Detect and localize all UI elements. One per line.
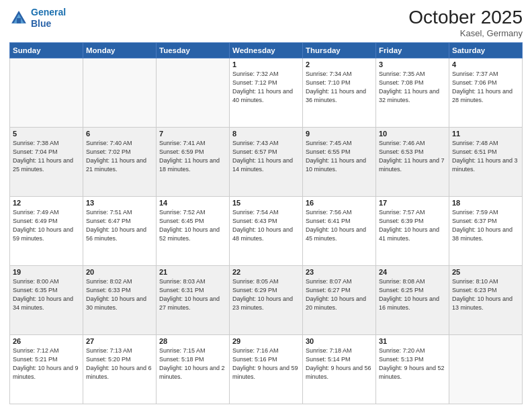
day-info: Sunrise: 8:03 AM Sunset: 6:31 PM Dayligh… <box>159 277 226 312</box>
day-info: Sunrise: 7:13 AM Sunset: 5:20 PM Dayligh… <box>86 347 153 381</box>
calendar-week-row: 1Sunrise: 7:32 AM Sunset: 7:12 PM Daylig… <box>10 58 523 128</box>
day-number: 15 <box>232 199 300 207</box>
day-number: 23 <box>306 268 373 276</box>
table-row: 5Sunrise: 7:38 AM Sunset: 7:04 PM Daylig… <box>10 128 83 197</box>
day-info: Sunrise: 7:48 AM Sunset: 6:51 PM Dayligh… <box>452 139 519 174</box>
table-row: 6Sunrise: 7:40 AM Sunset: 7:02 PM Daylig… <box>83 128 157 197</box>
day-info: Sunrise: 7:16 AM Sunset: 5:16 PM Dayligh… <box>232 347 300 381</box>
day-number: 5 <box>13 130 80 138</box>
header-thursday: Thursday <box>303 43 376 58</box>
day-number: 11 <box>452 130 519 138</box>
calendar-table: Sunday Monday Tuesday Wednesday Thursday… <box>9 42 523 404</box>
table-row: 2Sunrise: 7:34 AM Sunset: 7:10 PM Daylig… <box>303 58 376 128</box>
day-number: 8 <box>232 130 300 138</box>
day-info: Sunrise: 7:52 AM Sunset: 6:45 PM Dayligh… <box>159 208 226 243</box>
table-row: 4Sunrise: 7:37 AM Sunset: 7:06 PM Daylig… <box>449 58 523 128</box>
table-row: 11Sunrise: 7:48 AM Sunset: 6:51 PM Dayli… <box>449 128 523 197</box>
day-info: Sunrise: 8:02 AM Sunset: 6:33 PM Dayligh… <box>86 277 153 312</box>
day-info: Sunrise: 7:41 AM Sunset: 6:59 PM Dayligh… <box>159 139 226 174</box>
table-row: 31Sunrise: 7:20 AM Sunset: 5:13 PM Dayli… <box>376 335 449 404</box>
calendar-week-row: 12Sunrise: 7:49 AM Sunset: 6:49 PM Dayli… <box>10 197 523 266</box>
day-number: 18 <box>452 199 519 207</box>
day-number: 16 <box>306 199 373 207</box>
day-number: 20 <box>86 268 153 276</box>
day-info: Sunrise: 7:59 AM Sunset: 6:37 PM Dayligh… <box>452 208 519 243</box>
day-info: Sunrise: 7:49 AM Sunset: 6:49 PM Dayligh… <box>13 208 80 243</box>
table-row: 20Sunrise: 8:02 AM Sunset: 6:33 PM Dayli… <box>83 266 157 335</box>
table-row: 7Sunrise: 7:41 AM Sunset: 6:59 PM Daylig… <box>157 128 230 197</box>
day-info: Sunrise: 7:57 AM Sunset: 6:39 PM Dayligh… <box>379 208 446 243</box>
month-title: October 2025 <box>408 7 523 28</box>
day-info: Sunrise: 7:32 AM Sunset: 7:12 PM Dayligh… <box>232 70 300 105</box>
day-number: 9 <box>306 130 373 138</box>
table-row: 19Sunrise: 8:00 AM Sunset: 6:35 PM Dayli… <box>10 266 83 335</box>
table-row: 24Sunrise: 8:08 AM Sunset: 6:25 PM Dayli… <box>376 266 449 335</box>
day-number: 31 <box>379 337 446 345</box>
table-row: 27Sunrise: 7:13 AM Sunset: 5:20 PM Dayli… <box>83 335 157 404</box>
day-number: 14 <box>159 199 226 207</box>
day-info: Sunrise: 7:15 AM Sunset: 5:18 PM Dayligh… <box>159 347 226 381</box>
day-info: Sunrise: 7:51 AM Sunset: 6:47 PM Dayligh… <box>86 208 153 243</box>
day-number: 17 <box>379 199 446 207</box>
table-row: 28Sunrise: 7:15 AM Sunset: 5:18 PM Dayli… <box>157 335 230 404</box>
calendar-week-row: 5Sunrise: 7:38 AM Sunset: 7:04 PM Daylig… <box>10 128 523 197</box>
table-row: 9Sunrise: 7:45 AM Sunset: 6:55 PM Daylig… <box>303 128 376 197</box>
day-number: 4 <box>452 60 519 68</box>
day-number: 26 <box>13 337 80 345</box>
table-row: 18Sunrise: 7:59 AM Sunset: 6:37 PM Dayli… <box>449 197 523 266</box>
table-row <box>83 58 157 128</box>
table-row: 16Sunrise: 7:56 AM Sunset: 6:41 PM Dayli… <box>303 197 376 266</box>
table-row: 15Sunrise: 7:54 AM Sunset: 6:43 PM Dayli… <box>230 197 303 266</box>
title-block: October 2025 Kasel, Germany <box>408 7 523 38</box>
day-info: Sunrise: 8:00 AM Sunset: 6:35 PM Dayligh… <box>13 277 80 312</box>
day-number: 10 <box>379 130 446 138</box>
day-info: Sunrise: 7:46 AM Sunset: 6:53 PM Dayligh… <box>379 139 446 174</box>
day-info: Sunrise: 8:08 AM Sunset: 6:25 PM Dayligh… <box>379 277 446 312</box>
day-number: 19 <box>13 268 80 276</box>
day-info: Sunrise: 7:54 AM Sunset: 6:43 PM Dayligh… <box>232 208 300 243</box>
day-number: 2 <box>306 60 373 68</box>
table-row: 1Sunrise: 7:32 AM Sunset: 7:12 PM Daylig… <box>230 58 303 128</box>
logo-text: General Blue <box>31 7 66 30</box>
header-saturday: Saturday <box>449 43 523 58</box>
table-row <box>157 58 230 128</box>
table-row <box>449 335 523 404</box>
day-number: 30 <box>306 337 373 345</box>
day-number: 1 <box>232 60 300 68</box>
calendar-week-row: 19Sunrise: 8:00 AM Sunset: 6:35 PM Dayli… <box>10 266 523 335</box>
day-info: Sunrise: 7:12 AM Sunset: 5:21 PM Dayligh… <box>13 347 80 381</box>
header-sunday: Sunday <box>10 43 83 58</box>
table-row: 22Sunrise: 8:05 AM Sunset: 6:29 PM Dayli… <box>230 266 303 335</box>
day-info: Sunrise: 7:38 AM Sunset: 7:04 PM Dayligh… <box>13 139 80 174</box>
day-number: 27 <box>86 337 153 345</box>
table-row: 14Sunrise: 7:52 AM Sunset: 6:45 PM Dayli… <box>157 197 230 266</box>
logo-blue: Blue <box>31 18 66 30</box>
day-info: Sunrise: 7:18 AM Sunset: 5:14 PM Dayligh… <box>306 347 373 381</box>
logo-icon <box>9 9 28 28</box>
day-number: 3 <box>379 60 446 68</box>
table-row: 3Sunrise: 7:35 AM Sunset: 7:08 PM Daylig… <box>376 58 449 128</box>
day-info: Sunrise: 7:40 AM Sunset: 7:02 PM Dayligh… <box>86 139 153 174</box>
weekday-header-row: Sunday Monday Tuesday Wednesday Thursday… <box>10 43 523 58</box>
day-info: Sunrise: 8:05 AM Sunset: 6:29 PM Dayligh… <box>232 277 300 312</box>
day-info: Sunrise: 7:56 AM Sunset: 6:41 PM Dayligh… <box>306 208 373 243</box>
calendar-week-row: 26Sunrise: 7:12 AM Sunset: 5:21 PM Dayli… <box>10 335 523 404</box>
header: General Blue October 2025 Kasel, Germany <box>9 7 523 38</box>
svg-rect-2 <box>17 18 21 24</box>
day-info: Sunrise: 7:43 AM Sunset: 6:57 PM Dayligh… <box>232 139 300 174</box>
page: General Blue October 2025 Kasel, Germany… <box>0 0 532 411</box>
day-number: 22 <box>232 268 300 276</box>
header-friday: Friday <box>376 43 449 58</box>
table-row: 23Sunrise: 8:07 AM Sunset: 6:27 PM Dayli… <box>303 266 376 335</box>
table-row: 10Sunrise: 7:46 AM Sunset: 6:53 PM Dayli… <box>376 128 449 197</box>
table-row <box>10 58 83 128</box>
table-row: 30Sunrise: 7:18 AM Sunset: 5:14 PM Dayli… <box>303 335 376 404</box>
table-row: 12Sunrise: 7:49 AM Sunset: 6:49 PM Dayli… <box>10 197 83 266</box>
table-row: 26Sunrise: 7:12 AM Sunset: 5:21 PM Dayli… <box>10 335 83 404</box>
header-tuesday: Tuesday <box>157 43 230 58</box>
logo-general: General <box>31 7 66 17</box>
header-monday: Monday <box>83 43 157 58</box>
day-number: 6 <box>86 130 153 138</box>
logo: General Blue <box>9 7 66 30</box>
day-info: Sunrise: 7:45 AM Sunset: 6:55 PM Dayligh… <box>306 139 373 174</box>
